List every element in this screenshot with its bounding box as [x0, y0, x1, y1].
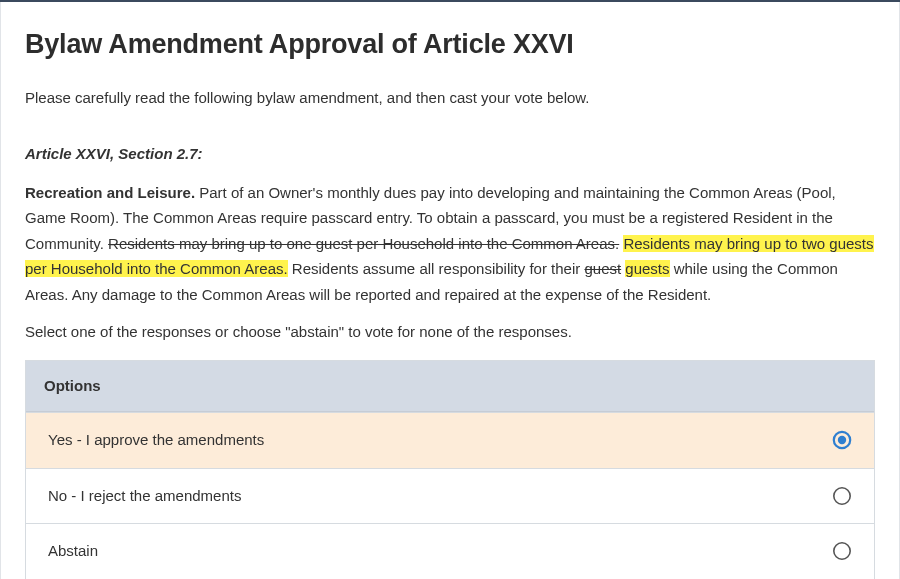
- option-label: Yes - I approve the amendments: [48, 429, 264, 452]
- radio-selected-icon: [832, 430, 852, 450]
- radio-unselected-icon: [832, 541, 852, 561]
- svg-point-3: [834, 543, 850, 559]
- radio-unselected-icon: [832, 486, 852, 506]
- bylaw-addition-2: guests: [625, 260, 669, 277]
- option-yes[interactable]: Yes - I approve the amendments: [26, 412, 874, 468]
- bylaw-body-2: Residents assume all responsibility for …: [288, 260, 585, 277]
- bylaw-strike-1: Residents may bring up to one guest per …: [108, 235, 619, 252]
- options-header: Options: [26, 361, 874, 413]
- option-no[interactable]: No - I reject the amendments: [26, 468, 874, 524]
- option-label: No - I reject the amendments: [48, 485, 241, 508]
- page-title: Bylaw Amendment Approval of Article XXVI: [25, 24, 875, 65]
- section-heading: Article XXVI, Section 2.7:: [25, 143, 875, 166]
- bylaw-text: Recreation and Leisure. Part of an Owner…: [25, 180, 875, 308]
- ballot-inner: Bylaw Amendment Approval of Article XXVI…: [0, 2, 900, 579]
- select-instruction: Select one of the responses or choose "a…: [25, 321, 875, 344]
- svg-point-2: [834, 488, 850, 504]
- option-label: Abstain: [48, 540, 98, 563]
- svg-point-1: [838, 436, 846, 444]
- ballot-container: Bylaw Amendment Approval of Article XXVI…: [0, 0, 900, 579]
- options-box: Options Yes - I approve the amendments N…: [25, 360, 875, 580]
- option-abstain[interactable]: Abstain: [26, 523, 874, 579]
- bylaw-strike-2: guest: [584, 260, 621, 277]
- bylaw-topic: Recreation and Leisure.: [25, 184, 195, 201]
- intro-text: Please carefully read the following byla…: [25, 87, 875, 110]
